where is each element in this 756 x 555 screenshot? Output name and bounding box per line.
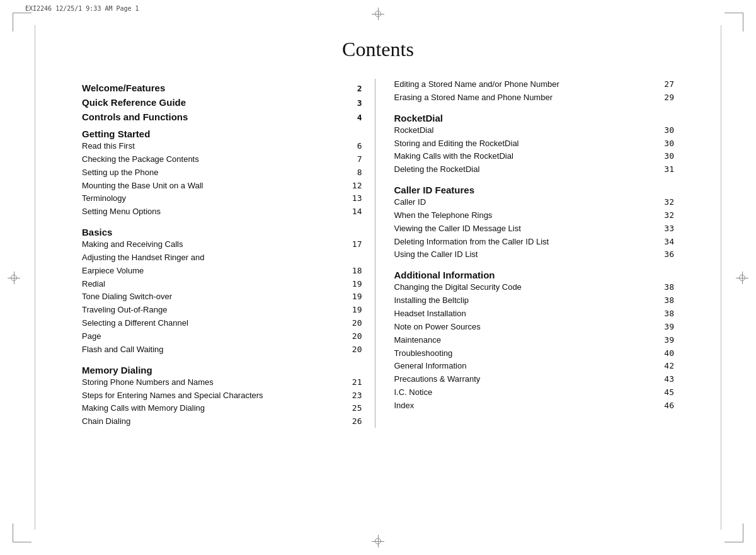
list-item: Maintenance 39 [394,335,675,346]
entry-page: 38 [664,308,674,320]
entry-page: 20 [352,344,362,356]
list-item: Read this First 6 [82,140,362,152]
section-getting-started: Getting Started [82,129,362,139]
list-item: Tone Dialing Switch-over 19 [82,291,362,303]
entry-page: 45 [664,387,674,399]
entry-title: Mounting the Base Unit on a Wall [82,180,352,192]
entry-title: Read this First [82,140,357,152]
entry-title: Precautions & Warranty [394,374,665,386]
list-item: Earpiece Volume 18 [82,265,362,277]
list-item: Viewing the Caller ID Message List 33 [394,223,675,235]
entry-page: 46 [664,400,674,412]
entry-title: Changing the Digital Security Code [394,282,665,294]
entry-page: 19 [352,278,362,290]
list-item: Steps for Entering Names and Special Cha… [82,390,362,402]
side-line-left [35,25,35,530]
entry-page: 20 [352,331,362,343]
list-item: Deleting Information from the Caller ID … [394,236,675,248]
list-item: Adjusting the Handset Ringer and [82,252,362,264]
quick-ref-page: 3 [357,98,362,108]
page: EXI2246 12/25/1 9:33 AM Page 1 Contents … [0,0,756,555]
entry-page: 18 [352,265,362,277]
entry-page: 20 [352,318,362,329]
list-item: When the Telephone Rings 32 [394,210,675,222]
entry-title: Headset Installation [394,308,665,320]
toc-right-column: Editing a Stored Name and/or Phone Numbe… [375,79,675,428]
entry-title: Flash and Call Waiting [82,344,352,356]
list-item: Using the Caller ID List 36 [394,249,675,261]
entry-page: 17 [352,239,362,251]
entry-title: Erasing a Stored Name and Phone Number [394,92,665,104]
entry-page: 23 [352,390,362,402]
list-item: Erasing a Stored Name and Phone Number 2… [394,92,675,104]
list-item: I.C. Notice 45 [394,387,675,399]
entry-title: Troubleshooting [394,348,665,360]
entry-title: Viewing the Caller ID Message List [394,223,665,235]
list-item: Redial 19 [82,278,362,290]
entry-page: 36 [664,249,674,261]
list-item: Chain Dialing 26 [82,416,362,428]
entry-title: Deleting Information from the Caller ID … [394,236,665,248]
entry-page: 42 [664,360,674,372]
entry-page: 30 [664,151,674,163]
entry-title: Making Calls with Memory Dialing [82,403,352,415]
entry-title: RocketDial [394,125,665,137]
reg-mark-left [8,272,20,284]
entry-page: 33 [664,223,674,235]
additional-info-title: Additional Information [394,270,495,280]
entry-title: Using the Caller ID List [394,249,665,261]
memory-dialing-title: Memory Dialing [82,365,152,375]
list-item: Storing Phone Numbers and Names 21 [82,377,362,389]
entry-title: When the Telephone Rings [394,210,665,222]
corner-mark-tl [13,13,32,31]
entry-title: Selecting a Different Channel [82,318,352,329]
list-item: Installing the Beltclip 38 [394,295,675,307]
list-item: Index 46 [394,400,675,412]
list-item: Troubleshooting 40 [394,348,675,360]
entry-page: 8 [357,167,362,179]
entry-title: Terminology [82,193,352,205]
quick-ref-title: Quick Reference Guide [82,97,186,108]
toc-container: Welcome/Features 2 Quick Reference Guide… [82,79,674,428]
entry-page: 6 [357,140,362,152]
list-item: Storing and Editing the RocketDial 30 [394,138,675,150]
entry-title: Maintenance [394,335,665,346]
entry-page: 34 [664,236,674,248]
toc-entry-controls: Controls and Functions 4 [82,112,362,122]
list-item: Traveling Out-of-Range 19 [82,304,362,316]
entry-page: 7 [357,154,362,166]
toc-entry-quick-ref: Quick Reference Guide 3 [82,97,362,108]
header-info: EXI2246 12/25/1 9:33 AM Page 1 [25,5,139,12]
side-line-right [721,25,721,530]
entry-page: 13 [352,193,362,205]
caller-id-title: Caller ID Features [394,185,475,195]
list-item: Precautions & Warranty 43 [394,374,675,386]
corner-mark-br [724,524,743,542]
entry-page: 31 [664,164,674,176]
entry-page: 19 [352,304,362,316]
controls-page: 4 [357,113,362,122]
entry-title: Caller ID [394,197,665,209]
entry-page: 14 [352,206,362,218]
entry-page: 43 [664,374,674,386]
welcome-title: Welcome/Features [82,83,165,93]
entry-title: Note on Power Sources [394,321,665,333]
entry-title: Editing a Stored Name and/or Phone Numbe… [394,79,665,91]
entry-title: Storing Phone Numbers and Names [82,377,352,389]
page-title: Contents [342,38,414,61]
list-item: Setting Menu Options 14 [82,206,362,218]
list-item: Flash and Call Waiting 20 [82,344,362,356]
list-item: Making Calls with Memory Dialing 25 [82,403,362,415]
list-item: Headset Installation 38 [394,308,675,320]
entry-page: 39 [664,335,674,346]
controls-title: Controls and Functions [82,112,188,122]
basics-title: Basics [82,227,112,237]
corner-mark-bl [13,524,32,542]
entry-page: 32 [664,197,674,209]
list-item: Selecting a Different Channel 20 [82,318,362,329]
entry-page: 38 [664,282,674,294]
list-item: Caller ID 32 [394,197,675,209]
entry-title: Checking the Package Contents [82,154,357,166]
entry-page: 30 [664,125,674,137]
entry-page: 30 [664,138,674,150]
